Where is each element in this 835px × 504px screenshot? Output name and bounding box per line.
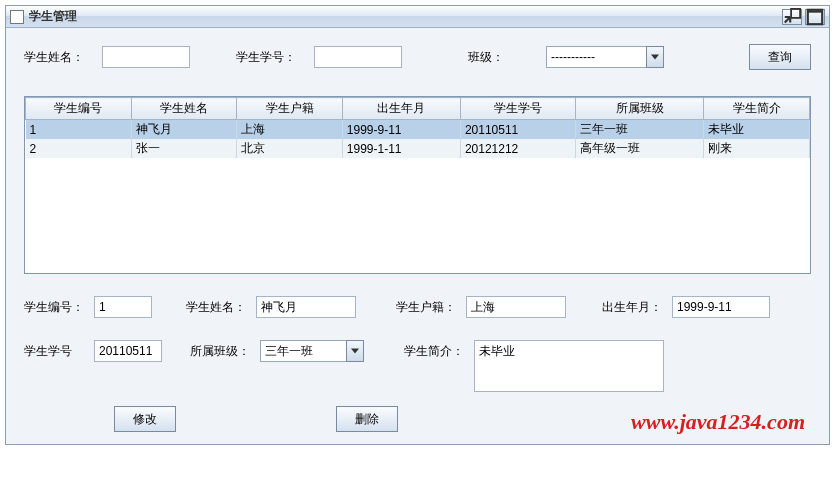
- table-row[interactable]: 2张一北京1999-1-1120121212高年级一班刚来: [26, 139, 810, 158]
- detail-intro-label: 学生简介：: [404, 340, 466, 360]
- column-header[interactable]: 学生姓名: [131, 98, 237, 120]
- table-cell[interactable]: 20110511: [460, 120, 576, 140]
- student-management-window: 学生管理 学生姓名： 学生学号： 班级： 查询 学生编号学生姓名学生户籍: [5, 5, 830, 445]
- detail-class-value[interactable]: [260, 340, 346, 362]
- table-cell[interactable]: 1999-9-11: [342, 120, 460, 140]
- content-area: 学生姓名： 学生学号： 班级： 查询 学生编号学生姓名学生户籍出生年月学生学号所…: [6, 28, 829, 444]
- table-cell[interactable]: 2: [26, 139, 132, 158]
- detail-class-select[interactable]: [260, 340, 364, 362]
- detail-name-label: 学生姓名：: [186, 299, 248, 316]
- column-header[interactable]: 所属班级: [576, 98, 704, 120]
- table-cell[interactable]: 高年级一班: [576, 139, 704, 158]
- table-cell[interactable]: 1999-1-11: [342, 139, 460, 158]
- filter-class-value[interactable]: [546, 46, 646, 68]
- titlebar[interactable]: 学生管理: [6, 6, 829, 28]
- filter-name-label: 学生姓名：: [24, 49, 94, 66]
- detail-dob-label: 出生年月：: [602, 299, 664, 316]
- detail-row-2: 学生学号 所属班级： 学生简介：: [24, 340, 811, 392]
- detail-class-label: 所属班级：: [190, 343, 252, 360]
- detail-intro-textarea[interactable]: [474, 340, 664, 392]
- delete-button[interactable]: 删除: [336, 406, 398, 432]
- table-cell[interactable]: 刚来: [704, 139, 810, 158]
- table-cell[interactable]: 神飞月: [131, 120, 237, 140]
- table-cell[interactable]: 1: [26, 120, 132, 140]
- detail-dob-input[interactable]: [672, 296, 770, 318]
- watermark-text: www.java1234.com: [631, 409, 805, 435]
- filter-id-label: 学生学号：: [236, 49, 306, 66]
- student-table[interactable]: 学生编号学生姓名学生户籍出生年月学生学号所属班级学生简介 1神飞月上海1999-…: [24, 96, 811, 274]
- column-header[interactable]: 学生简介: [704, 98, 810, 120]
- column-header[interactable]: 学生学号: [460, 98, 576, 120]
- detail-sid-label: 学生学号: [24, 343, 86, 360]
- table-cell[interactable]: 20121212: [460, 139, 576, 158]
- filter-name-input[interactable]: [102, 46, 190, 68]
- detail-no-label: 学生编号：: [24, 299, 86, 316]
- filter-bar: 学生姓名： 学生学号： 班级： 查询: [24, 40, 811, 78]
- filter-class-select[interactable]: [546, 46, 664, 68]
- search-button[interactable]: 查询: [749, 44, 811, 70]
- document-icon: [10, 10, 24, 24]
- svg-rect-0: [791, 8, 800, 17]
- detail-sid-input[interactable]: [94, 340, 162, 362]
- table-cell[interactable]: 三年一班: [576, 120, 704, 140]
- modify-button[interactable]: 修改: [114, 406, 176, 432]
- detail-no-input[interactable]: [94, 296, 152, 318]
- window-title: 学生管理: [29, 8, 779, 25]
- column-header[interactable]: 学生编号: [26, 98, 132, 120]
- table-cell[interactable]: 未毕业: [704, 120, 810, 140]
- detail-origin-input[interactable]: [466, 296, 566, 318]
- filter-class-label: 班级：: [468, 49, 538, 66]
- table-cell[interactable]: 北京: [237, 139, 343, 158]
- maximize-button[interactable]: [805, 9, 825, 25]
- dropdown-arrow-icon[interactable]: [346, 340, 364, 362]
- minimize-to-tray-button[interactable]: [782, 9, 802, 25]
- detail-name-input[interactable]: [256, 296, 356, 318]
- table-row[interactable]: 1神飞月上海1999-9-1120110511三年一班未毕业: [26, 120, 810, 140]
- dropdown-arrow-icon[interactable]: [646, 46, 664, 68]
- detail-row-1: 学生编号： 学生姓名： 学生户籍： 出生年月：: [24, 296, 811, 318]
- table-cell[interactable]: 张一: [131, 139, 237, 158]
- column-header[interactable]: 出生年月: [342, 98, 460, 120]
- detail-origin-label: 学生户籍：: [396, 299, 458, 316]
- column-header[interactable]: 学生户籍: [237, 98, 343, 120]
- table-cell[interactable]: 上海: [237, 120, 343, 140]
- filter-id-input[interactable]: [314, 46, 402, 68]
